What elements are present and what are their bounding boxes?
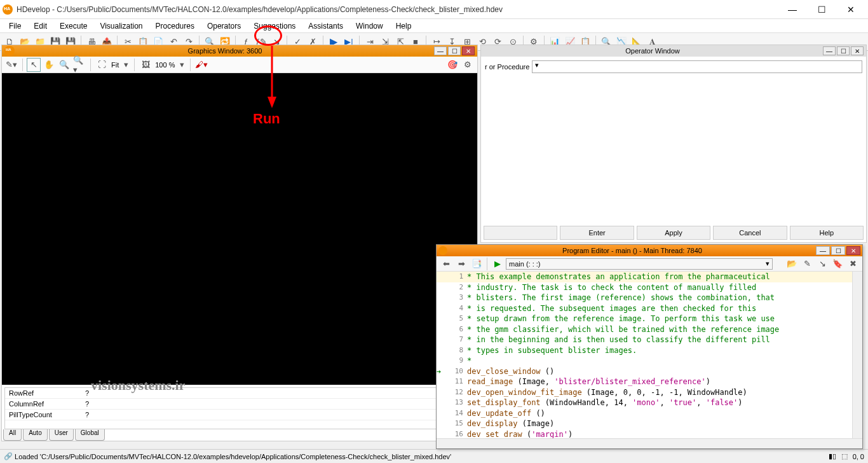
code-editor[interactable]: 1* This example demonstrates an applicat… xyxy=(437,272,852,438)
operator-blank-button[interactable] xyxy=(484,226,557,240)
status-icon: 🔗 xyxy=(4,452,13,460)
procedure-icon[interactable]: ▶ xyxy=(491,257,505,271)
graphics-minimize-button[interactable]: — xyxy=(434,46,447,55)
minimize-button[interactable]: — xyxy=(778,1,807,18)
menu-edit[interactable]: Edit xyxy=(27,20,53,32)
operator-minimize-button[interactable]: — xyxy=(823,46,836,55)
nav-forward-icon[interactable]: ➡ xyxy=(454,257,468,271)
variable-panel: RowRef? ColumnRef? PillTypeCount? xyxy=(4,387,475,429)
program-editor-window: Program Editor - main () - Main Thread: … xyxy=(436,244,863,449)
pointer-icon[interactable]: ↖ xyxy=(27,58,41,72)
menu-file[interactable]: File xyxy=(3,20,27,32)
tab-user[interactable]: User xyxy=(49,429,74,441)
menu-procedures[interactable]: Procedures xyxy=(149,20,201,32)
draw-icon[interactable]: ✎▾ xyxy=(4,58,18,72)
close-button[interactable]: ✕ xyxy=(836,1,865,18)
menu-execute[interactable]: Execute xyxy=(53,20,93,32)
zoom-icon[interactable]: 🔍 xyxy=(57,58,71,72)
operator-apply-button[interactable]: Apply xyxy=(637,226,710,240)
program-toolbar: ⬅ ➡ 📑 ▶ main (: : :)▾ 📂 ✎ ↘ 🔖 ✖ xyxy=(437,256,862,272)
graphics-window-title: Graphics Window: 3600 xyxy=(17,47,433,55)
program-editor-titlebar[interactable]: Program Editor - main () - Main Thread: … xyxy=(437,245,862,256)
menu-window[interactable]: Window xyxy=(349,20,390,32)
move-icon[interactable]: ✋ xyxy=(42,58,56,72)
graphics-window: Graphics Window: 3600 — ☐ ✕ ✎▾ ↖ ✋ 🔍 🔍▾ … xyxy=(1,45,478,441)
operator-enter-button[interactable]: Enter xyxy=(560,226,634,240)
operator-close-button[interactable]: ✕ xyxy=(851,46,864,55)
variable-row[interactable]: RowRef? xyxy=(5,388,474,399)
statusbar: 🔗 Loaded 'C:/Users/Public/Documents/MVTe… xyxy=(0,449,868,463)
operator-window: Operator Window — ☐ ✕ r or Procedure ▾ E… xyxy=(480,45,867,243)
program-editor-title: Program Editor - main () - Main Thread: … xyxy=(450,247,815,254)
proc-delete-icon[interactable]: ✖ xyxy=(846,257,860,271)
menubar: File Edit Execute Visualization Procedur… xyxy=(0,19,868,33)
procedure-combo[interactable]: main (: : :)▾ xyxy=(506,258,773,270)
tab-auto[interactable]: Auto xyxy=(23,429,48,441)
open-proc-icon[interactable]: 📂 xyxy=(785,257,799,271)
menu-assistants[interactable]: Assistants xyxy=(302,20,349,32)
image-size-icon[interactable]: 🖼 xyxy=(139,58,153,72)
status-coordinates: 0, 0 xyxy=(853,453,864,460)
tab-global[interactable]: Global xyxy=(75,429,105,441)
menu-help[interactable]: Help xyxy=(390,20,418,32)
titlebar: HDevelop - C:/Users/Public/Documents/MVT… xyxy=(0,0,868,19)
fit-label: Fit xyxy=(110,61,120,69)
program-maximize-button[interactable]: ☐ xyxy=(831,246,845,255)
operator-window-titlebar[interactable]: Operator Window — ☐ ✕ xyxy=(481,45,866,57)
operator-window-title: Operator Window xyxy=(484,47,822,55)
graphics-close-button[interactable]: ✕ xyxy=(462,46,475,55)
zoom-drop-icon[interactable]: 🔍▾ xyxy=(72,58,86,72)
operator-cancel-button[interactable]: Cancel xyxy=(713,226,787,240)
program-minimize-button[interactable]: — xyxy=(816,246,830,255)
app-icon xyxy=(3,4,13,15)
graphics-maximize-button[interactable]: ☐ xyxy=(448,46,461,55)
menu-suggestions[interactable]: Suggestions xyxy=(247,20,302,32)
menu-visualization[interactable]: Visualization xyxy=(93,20,149,32)
window-title: HDevelop - C:/Users/Public/Documents/MVT… xyxy=(17,5,778,14)
graphics-canvas[interactable] xyxy=(2,73,477,385)
operator-combo-label: r or Procedure xyxy=(485,63,529,71)
operator-combo[interactable]: ▾ xyxy=(532,60,862,73)
graphics-window-icon xyxy=(4,46,15,56)
status-message: Loaded 'C:/Users/Public/Documents/MVTec/… xyxy=(15,453,451,460)
display-settings-icon[interactable]: ⚙ xyxy=(461,58,475,72)
variable-row[interactable]: PillTypeCount? xyxy=(5,410,474,420)
procedure-list-icon[interactable]: 📑 xyxy=(470,257,484,271)
proc-step-icon[interactable]: ↘ xyxy=(815,257,829,271)
status-coord-icon: ⬚ xyxy=(841,452,848,460)
operator-maximize-button[interactable]: ☐ xyxy=(837,46,850,55)
menu-operators[interactable]: Operators xyxy=(201,20,247,32)
horizontal-scrollbar[interactable] xyxy=(437,438,862,448)
variable-row[interactable]: ColumnRef? xyxy=(5,399,474,410)
program-editor-icon xyxy=(438,246,447,255)
pixel-info-icon[interactable]: 🎯 xyxy=(445,58,459,72)
maximize-button[interactable]: ☐ xyxy=(807,1,836,18)
program-close-button[interactable]: ✕ xyxy=(846,246,860,255)
graphics-toolbar: ✎▾ ↖ ✋ 🔍 🔍▾ ⛶ Fit ▾ 🖼 100 % ▾ 🖌▾ 🎯 ⚙ xyxy=(2,57,477,73)
variable-tabs: All Auto User Global xyxy=(3,429,106,441)
vertical-scrollbar[interactable] xyxy=(852,272,862,438)
zoom-percent: 100 % xyxy=(154,61,176,69)
nav-back-icon[interactable]: ⬅ xyxy=(439,257,453,271)
proc-bookmark-icon[interactable]: 🔖 xyxy=(831,257,844,271)
operator-help-button[interactable]: Help xyxy=(790,226,864,240)
zoom-drop-icon[interactable]: ▾ xyxy=(177,58,186,72)
proc-interface-icon[interactable]: ✎ xyxy=(800,257,814,271)
fit-drop-icon[interactable]: ▾ xyxy=(121,58,130,72)
status-progress-icon: ▮▯ xyxy=(829,452,836,460)
fit-icon[interactable]: ⛶ xyxy=(95,58,109,72)
tab-all[interactable]: All xyxy=(3,429,22,441)
clear-icon[interactable]: 🖌▾ xyxy=(194,58,208,72)
